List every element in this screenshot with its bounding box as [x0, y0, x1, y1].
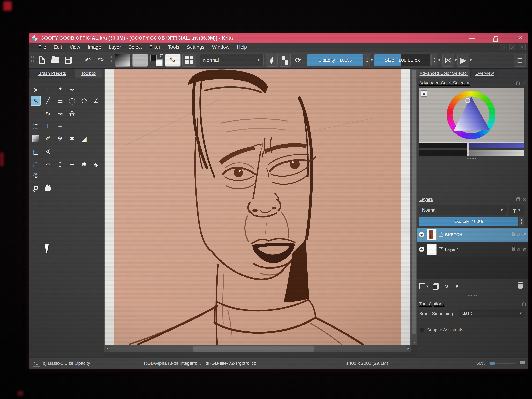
- reload-preset-button[interactable]: ⟳: [292, 54, 304, 67]
- layer-properties-button[interactable]: ≣: [465, 284, 470, 289]
- measure-tool[interactable]: ∢: [43, 147, 53, 157]
- colorize-mask-tool[interactable]: ✖: [67, 134, 77, 144]
- gradient-tool[interactable]: [31, 134, 41, 144]
- calligraphy-tool[interactable]: ✒: [67, 85, 77, 95]
- docker-resize-handle[interactable]: ••••••: [417, 294, 528, 298]
- duplicate-layer-button[interactable]: [434, 284, 439, 289]
- mdi-maximize-button[interactable]: ⤢: [509, 44, 516, 50]
- close-button[interactable]: ✕: [518, 35, 523, 41]
- minimize-button[interactable]: —: [469, 35, 475, 41]
- title-bar[interactable]: GOOFY GOOB OFFICIAL.kra (36.3M) - [GOOFY…: [29, 33, 528, 43]
- toolbar-grip[interactable]: ⠿⠿: [109, 56, 112, 64]
- chevron-down-icon[interactable]: ▾: [455, 58, 457, 63]
- new-document-button[interactable]: [36, 54, 48, 67]
- show-brush-editor-button[interactable]: ▤: [514, 54, 526, 67]
- menu-file[interactable]: File: [35, 44, 50, 50]
- menu-tools[interactable]: Tools: [164, 44, 183, 50]
- add-layer-button[interactable]: +▾: [419, 283, 428, 290]
- polyline-tool[interactable]: ∠: [91, 96, 101, 106]
- scroll-down-arrow[interactable]: ▾: [412, 340, 417, 345]
- layer-filter-button[interactable]: ▾: [508, 205, 524, 215]
- menu-view[interactable]: View: [66, 44, 84, 50]
- canvas-only-mode-icon[interactable]: [519, 361, 525, 366]
- transform-layer-tool[interactable]: ⬚: [31, 121, 41, 131]
- pan-tool[interactable]: [43, 183, 53, 193]
- ellipse-tool[interactable]: ◯: [67, 96, 77, 106]
- freehand-brush-tool[interactable]: ✎: [31, 96, 41, 106]
- menu-image[interactable]: Image: [84, 44, 105, 50]
- lock-icon[interactable]: [512, 234, 515, 236]
- toolbar-grip[interactable]: ⠿⠿: [31, 56, 34, 64]
- tab-toolbox[interactable]: Toolbox: [75, 69, 102, 78]
- transform-tool[interactable]: ➤: [31, 85, 41, 95]
- inherit-alpha-icon[interactable]: [523, 247, 526, 251]
- menu-edit[interactable]: Edit: [50, 44, 66, 50]
- vertical-scroll-thumb[interactable]: [412, 70, 416, 334]
- zoom-tool[interactable]: [31, 183, 41, 193]
- move-layer-up-button[interactable]: ∧: [455, 283, 459, 290]
- text-tool[interactable]: T: [43, 85, 53, 95]
- rect-select-tool[interactable]: ⬚: [31, 159, 41, 169]
- mirror-horizontal-button[interactable]: ⋈: [442, 54, 454, 67]
- smart-patch-tool[interactable]: ❋: [55, 134, 65, 144]
- layer-blend-mode-dropdown[interactable]: Normal ▼: [419, 205, 507, 215]
- menu-filter[interactable]: Filter: [146, 44, 164, 50]
- polygon-tool[interactable]: ⬠: [79, 96, 89, 106]
- layer-visibility-icon[interactable]: [419, 247, 424, 252]
- edit-shapes-tool[interactable]: ↱: [55, 85, 65, 95]
- horizontal-scroll-thumb[interactable]: [193, 346, 314, 352]
- size-slider[interactable]: Size: 100.00 px: [374, 54, 431, 66]
- line-tool[interactable]: ╱: [43, 96, 53, 106]
- bezier-curve-tool[interactable]: ⌒: [31, 108, 41, 118]
- float-docker-icon[interactable]: [517, 197, 520, 200]
- tab-brush-presets[interactable]: Brush Presets: [29, 69, 75, 78]
- fg-bg-color-button[interactable]: ⇄: [150, 54, 163, 67]
- color-sampler-tool[interactable]: ✐: [43, 134, 53, 144]
- menu-layer[interactable]: Layer: [105, 44, 125, 50]
- menu-window[interactable]: Window: [208, 44, 233, 50]
- brush-presets-button[interactable]: [182, 54, 196, 67]
- restore-button[interactable]: [494, 36, 498, 40]
- open-document-button[interactable]: [49, 54, 61, 67]
- snap-to-assistants-row[interactable]: Snap to Assistants: [420, 327, 463, 332]
- blend-mode-dropdown[interactable]: Normal ▼: [200, 54, 264, 66]
- freehand-path-tool[interactable]: ∿: [43, 108, 53, 118]
- undo-button[interactable]: ↶: [82, 54, 94, 67]
- mdi-close-button[interactable]: ✕: [519, 44, 526, 50]
- layer-thumbnail[interactable]: [427, 229, 437, 241]
- close-docker-icon[interactable]: ✕: [522, 81, 526, 86]
- tab-advanced-color-selector[interactable]: Advanced Color Selector: [417, 69, 471, 78]
- move-tool[interactable]: ✛: [43, 121, 53, 131]
- ellipse-select-tool[interactable]: ◌: [43, 159, 53, 169]
- opacity-spinner[interactable]: ▲▼: [364, 54, 370, 66]
- gradient-chooser-button[interactable]: [115, 54, 130, 67]
- layer-visibility-icon[interactable]: [419, 232, 424, 237]
- canvas-viewport[interactable]: [104, 69, 412, 345]
- preserve-alpha-button[interactable]: ▚: [279, 54, 291, 67]
- bezier-select-tool[interactable]: ◈: [91, 159, 101, 169]
- wraparound-button[interactable]: ▶: [457, 54, 469, 67]
- canvas-artwork[interactable]: [114, 69, 401, 345]
- rectangle-tool[interactable]: ▭: [55, 96, 65, 106]
- layer-row-sketch[interactable]: SKETCH α: [417, 228, 528, 242]
- magnetic-select-tool[interactable]: ◎: [31, 170, 41, 180]
- chevron-down-icon[interactable]: ▾: [470, 58, 472, 63]
- assistants-tool[interactable]: ◺: [31, 147, 41, 157]
- layer-opacity-slider[interactable]: Opacity: 100%: [419, 217, 518, 226]
- opacity-slider[interactable]: Opacity: 100%: [307, 54, 363, 66]
- move-layer-down-button[interactable]: ∨: [444, 283, 449, 290]
- alpha-lock-icon[interactable]: α: [517, 232, 520, 237]
- size-spinner[interactable]: ▲▼: [431, 54, 437, 66]
- eraser-mode-button[interactable]: ⧫: [266, 54, 278, 67]
- float-docker-icon[interactable]: [523, 302, 526, 304]
- menu-select[interactable]: Select: [125, 44, 146, 50]
- saturation-value-triangle[interactable]: [419, 88, 524, 142]
- hue-slider-bar[interactable]: [419, 142, 524, 148]
- crop-tool[interactable]: ⌗: [55, 121, 65, 131]
- lock-icon[interactable]: [512, 248, 515, 251]
- menu-help[interactable]: Help: [233, 44, 251, 50]
- brush-smoothing-dropdown[interactable]: Basic ▾: [459, 309, 525, 318]
- scroll-left-arrow[interactable]: ◂: [104, 345, 110, 352]
- multibrush-tool[interactable]: ⁂: [67, 108, 77, 118]
- icc-profile-text[interactable]: sRGB-elle-V2-srgbtrc.icc: [206, 361, 256, 366]
